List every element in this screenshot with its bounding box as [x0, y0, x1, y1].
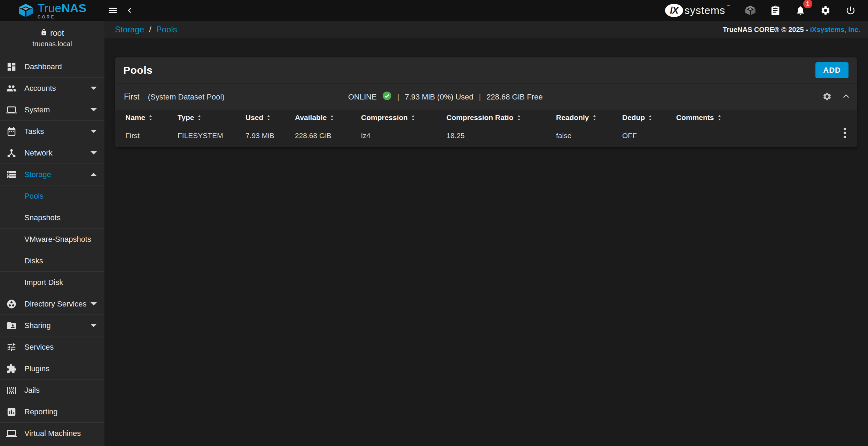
sidebar-subitem-pools[interactable]: Pools [0, 185, 104, 207]
directory-services-icon [6, 299, 17, 309]
column-label: Comments [676, 113, 714, 122]
sidebar-subitem-vmware-snapshots[interactable]: VMware-Snapshots [0, 228, 104, 250]
user-name: root [50, 29, 64, 38]
sidebar-item-sharing[interactable]: Sharing [0, 314, 104, 336]
add-pool-button[interactable]: ADD [815, 62, 849, 78]
reporting-icon [6, 407, 17, 417]
power-button[interactable] [842, 2, 859, 19]
sort-icon [266, 115, 271, 121]
main-area: Storage/Pools TrueNAS CORE® © 2025 - iXs… [104, 21, 868, 446]
sort-icon [516, 115, 522, 121]
column-header-type[interactable]: Type [178, 113, 245, 122]
sort-icon [197, 115, 202, 121]
column-header-dedup[interactable]: Dedup [622, 113, 676, 122]
nav-back-button[interactable] [121, 2, 138, 19]
chevron-down-icon [91, 151, 97, 154]
datasets-table: NameTypeUsedAvailableCompressionCompress… [115, 110, 857, 147]
sidebar-item-tasks[interactable]: Tasks [0, 120, 104, 142]
column-header-compression-ratio[interactable]: Compression Ratio [446, 113, 556, 122]
app-root: TrueNAS CORE iX systems ™ [0, 0, 868, 446]
sidebar-item-label: Tasks [24, 127, 91, 136]
notifications-button[interactable]: 1 [792, 2, 809, 19]
column-header-compression[interactable]: Compression [361, 113, 446, 122]
column-label: Compression Ratio [446, 113, 514, 122]
sidebar-item-services[interactable]: Services [0, 336, 104, 358]
sidebar-item-label: Accounts [24, 84, 91, 93]
sort-icon [717, 115, 722, 121]
column-label: Type [178, 113, 194, 122]
sidebar-item-plugins[interactable]: Plugins [0, 358, 104, 379]
user-panel: root truenas.local [0, 21, 104, 56]
table-row: FirstFILESYSTEM7.93 MiB228.68 GiBlz418.2… [115, 125, 857, 147]
row-actions-menu-button[interactable] [843, 127, 846, 140]
notification-badge: 1 [803, 0, 812, 8]
cell-compression-ratio: 18.25 [446, 132, 556, 140]
column-label: Name [125, 113, 145, 122]
column-header-used[interactable]: Used [245, 113, 295, 122]
sidebar-item-virtual-machines[interactable]: Virtual Machines [0, 422, 104, 444]
column-label: Readonly [556, 113, 589, 122]
sidebar-subitem-snapshots[interactable]: Snapshots [0, 207, 104, 228]
sidebar-item-accounts[interactable]: Accounts [0, 77, 104, 99]
host-name: truenas.local [32, 40, 72, 48]
sidebar-subitem-disks[interactable]: Disks [0, 250, 104, 271]
column-header-readonly[interactable]: Readonly [556, 113, 622, 122]
breadcrumb-bar: Storage/Pools TrueNAS CORE® © 2025 - iXs… [104, 21, 868, 38]
cell-readonly: false [556, 132, 622, 140]
sidebar-item-storage[interactable]: Storage [0, 164, 104, 185]
sidebar-item-label: Plugins [24, 364, 97, 373]
chevron-down-icon [91, 130, 97, 133]
plugins-icon [6, 364, 17, 374]
column-header-comments[interactable]: Comments [676, 113, 827, 122]
sidebar-item-reporting[interactable]: Reporting [0, 401, 104, 422]
breadcrumb-link-storage[interactable]: Storage [115, 25, 144, 34]
gear-icon [820, 5, 831, 16]
pool-actions-button[interactable] [822, 92, 832, 102]
pools-card: Pools ADD First (System Dataset Pool) ON… [115, 57, 857, 147]
sidebar-subitem-import-disk[interactable]: Import Disk [0, 271, 104, 293]
sidebar-item-label: Jails [24, 386, 97, 395]
breadcrumb-separator: / [149, 25, 151, 34]
task-manager-button[interactable] [767, 2, 784, 19]
copyright-text: TrueNAS CORE® © 2025 - iXsystems, Inc. [723, 26, 860, 34]
column-label: Dedup [622, 113, 645, 122]
pool-status: ONLINE | 7.93 MiB (0%) Used | 228.68 GiB… [348, 91, 543, 103]
settings-button[interactable] [817, 2, 834, 19]
cell-dedup: OFF [622, 132, 676, 140]
ixsystems-logo: iX systems ™ [665, 4, 730, 17]
tasks-icon [6, 126, 17, 137]
sharing-icon [6, 320, 17, 331]
sidebar-item-directory-services[interactable]: Directory Services [0, 293, 104, 314]
truenas-status-button[interactable] [742, 2, 759, 19]
sidebar-subitem-label: Snapshots [24, 213, 61, 222]
sort-icon [648, 115, 653, 121]
pool-status-text: ONLINE [348, 93, 377, 102]
chevron-up-icon [842, 92, 851, 102]
chevron-down-icon [91, 87, 97, 90]
sort-icon [592, 115, 597, 121]
sidebar-item-dashboard[interactable]: Dashboard [0, 56, 104, 77]
column-header-available[interactable]: Available [295, 113, 361, 122]
column-header-name[interactable]: Name [125, 113, 178, 122]
collapse-pool-button[interactable] [842, 92, 851, 102]
accounts-icon [6, 83, 17, 94]
menu-toggle-button[interactable] [104, 2, 121, 19]
brand-logo: TrueNAS CORE [0, 0, 104, 21]
truenas-mark-icon [745, 5, 756, 16]
lock-icon [40, 29, 47, 38]
clipboard-icon [770, 5, 781, 16]
sidebar-item-label: Virtual Machines [24, 429, 97, 438]
breadcrumb-link-pools[interactable]: Pools [156, 25, 177, 34]
ixsystems-link[interactable]: iXsystems, Inc. [810, 26, 860, 33]
sidebar-item-label: Network [24, 149, 91, 158]
kebab-menu-icon [843, 127, 846, 140]
sidebar-item-jails[interactable]: Jails [0, 379, 104, 401]
sidebar-item-network[interactable]: Network [0, 142, 104, 164]
cell-type: FILESYSTEM [178, 132, 245, 140]
services-icon [6, 342, 17, 352]
pool-summary-row: First (System Dataset Pool) ONLINE | 7.9… [115, 83, 857, 110]
pool-system-dataset-label: (System Dataset Pool) [148, 93, 225, 102]
sidebar-item-system[interactable]: System [0, 99, 104, 120]
sidebar-item-label: Dashboard [24, 62, 97, 71]
sidebar-item-label: Services [24, 343, 97, 352]
